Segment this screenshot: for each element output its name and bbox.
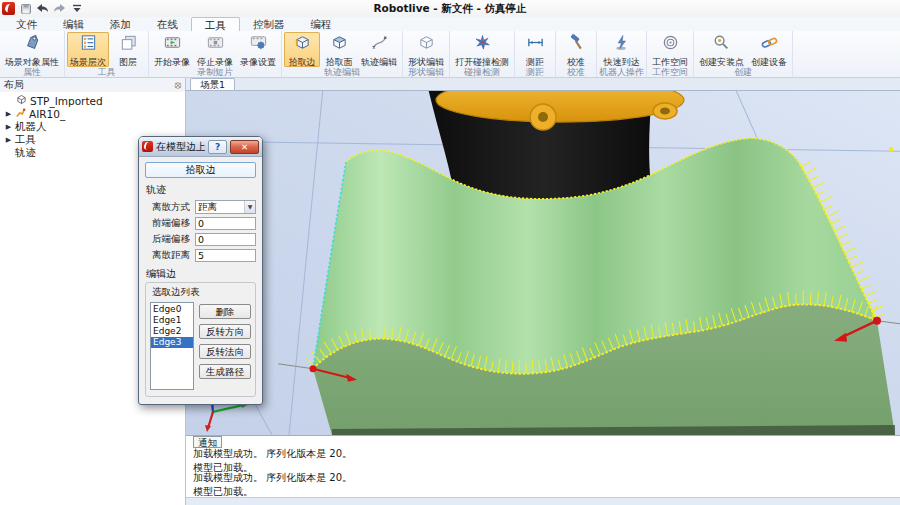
discrete-distance-input[interactable]: 5: [195, 249, 256, 262]
menu-tab-tools[interactable]: 工具: [191, 17, 240, 31]
window-title: Robotlive - 新文件 - 仿真停止: [0, 2, 900, 16]
log-line: 加载模型成功。 序列化版本是 20。: [193, 473, 900, 483]
pick-face-icon: [330, 33, 349, 56]
menu-tab-add[interactable]: 添加: [97, 17, 144, 31]
front-offset-input[interactable]: 0: [195, 217, 256, 230]
edge-listbox[interactable]: Edge0 Edge1 Edge2 Edge3: [150, 302, 194, 390]
3d-viewport[interactable]: [186, 91, 900, 435]
ribbon-group-tools: 场景层次 图层 工具: [65, 31, 149, 77]
recording-settings-button[interactable]: 录像设置: [237, 32, 279, 67]
measure-icon: [526, 33, 545, 56]
dialog-titlebar[interactable]: 在模型边上生... ? ✕: [139, 137, 262, 157]
titlebar: Robotlive - 新文件 - 仿真停止: [0, 0, 900, 17]
expand-arrow-icon[interactable]: ▶: [5, 136, 12, 144]
list-item[interactable]: Edge2: [151, 326, 193, 337]
save-icon[interactable]: [19, 2, 32, 15]
create-mount-point-button[interactable]: 创建安装点: [696, 32, 747, 67]
3d-scene-canvas: [186, 91, 900, 435]
tab-notifications[interactable]: 通知: [193, 436, 222, 448]
tree-item-air10[interactable]: ▶ AIR10_: [0, 107, 185, 120]
quick-reach-button[interactable]: 快速到达: [601, 32, 643, 67]
workspace-button[interactable]: 工作空间: [649, 32, 691, 67]
list-item[interactable]: Edge1: [151, 315, 193, 326]
record-start-icon: [163, 33, 182, 56]
tab-scene1[interactable]: 场景1: [190, 78, 235, 90]
tree-item-stp-imported[interactable]: STP_Imported: [0, 94, 185, 107]
list-item[interactable]: Edge0: [151, 304, 193, 315]
start-recording-button[interactable]: 开始录像: [151, 32, 193, 67]
chevron-down-icon[interactable]: ▼: [244, 201, 255, 213]
status-strip: [186, 497, 900, 505]
scene-tab-bar: 场景1: [186, 78, 900, 91]
pick-edge-button[interactable]: 拾取边: [284, 32, 320, 67]
quick-reach-icon: [612, 33, 631, 56]
ribbon-group-measure: 测距 测距: [515, 31, 556, 77]
pick-edge-icon: [293, 33, 312, 56]
menu-tab-controller[interactable]: 控制器: [240, 17, 298, 31]
dialog-app-icon: [142, 141, 153, 152]
create-device-button[interactable]: 创建设备: [748, 32, 790, 67]
redo-icon[interactable]: [53, 2, 66, 15]
discrete-distance-label: 离散距离: [152, 249, 192, 262]
dialog-help-button[interactable]: ?: [208, 140, 227, 154]
pick-edge-action-button[interactable]: 拾取边: [145, 162, 256, 178]
menu-tab-edit[interactable]: 编辑: [50, 17, 97, 31]
menu-tab-online[interactable]: 在线: [144, 17, 191, 31]
calibrate-button[interactable]: 校准: [558, 32, 594, 67]
delete-edge-button[interactable]: 删除: [199, 304, 251, 319]
expand-arrow-icon[interactable]: ▶: [5, 110, 12, 118]
edge-list-label: 选取边列表: [152, 286, 251, 299]
customize-toolbar-icon[interactable]: [70, 2, 83, 15]
corner-point: [889, 147, 893, 151]
edit-edges-section-label: 编辑边: [146, 267, 256, 281]
workspace-icon: [661, 33, 680, 56]
back-offset-label: 后端偏移: [152, 233, 192, 246]
log-line: 加载模型成功。 序列化版本是 20。: [193, 449, 900, 459]
undo-icon[interactable]: [36, 2, 49, 15]
log-line: 模型已加载。: [193, 487, 900, 497]
ribbon: 场景对象属性 属性 场景层次 图层 工具: [0, 31, 900, 78]
dialog-title: 在模型边上生...: [156, 140, 205, 154]
reverse-direction-button[interactable]: 反转方向: [199, 324, 251, 339]
generate-path-button[interactable]: 生成路径: [199, 364, 251, 379]
pick-face-button[interactable]: 拾取面: [321, 32, 357, 67]
path-edit-button[interactable]: 轨迹编辑: [358, 32, 400, 67]
ribbon-group-create: 创建安装点 创建设备 创建: [694, 31, 793, 77]
ribbon-group-workspace: 工作空间 工作空间: [647, 31, 694, 77]
ribbon-group-path-editing: 拾取边 拾取面 轨迹编辑 轨迹编辑: [282, 31, 403, 77]
layers-icon: [119, 33, 138, 56]
shape-edit-icon: [417, 33, 436, 56]
layers-button[interactable]: 图层: [110, 32, 146, 67]
tree-item-robot[interactable]: ▶ 机器人: [0, 120, 185, 133]
reverse-normal-button[interactable]: 反转法向: [199, 344, 251, 359]
shape-edit-button[interactable]: 形状编辑: [405, 32, 447, 67]
device-icon: [760, 33, 779, 56]
scene-object-properties-button[interactable]: 场景对象属性: [2, 32, 62, 67]
back-offset-input[interactable]: 0: [195, 233, 256, 246]
open-collision-detection-button[interactable]: 打开碰撞检测: [452, 32, 512, 67]
robotlive-window: Robotlive - 新文件 - 仿真停止 文件 编辑 添加 在线 工具 控制…: [0, 0, 900, 505]
expand-arrow-icon[interactable]: ▶: [5, 123, 12, 131]
menu-tab-programming[interactable]: 编程: [298, 17, 345, 31]
scene-hierarchy-button[interactable]: 场景层次: [67, 32, 109, 67]
quick-access-toolbar: [0, 2, 83, 15]
model-cube-icon: [16, 94, 27, 107]
ribbon-group-shape-editing: 形状编辑 形状编辑: [403, 31, 450, 77]
record-stop-icon: [206, 33, 225, 56]
path-edit-icon: [370, 33, 389, 56]
list-item-selected[interactable]: Edge3: [151, 337, 193, 348]
app-logo-icon[interactable]: [2, 2, 15, 15]
menu-tab-file[interactable]: 文件: [3, 17, 50, 31]
measure-distance-button[interactable]: 测距: [517, 32, 553, 67]
ribbon-group-recording: 开始录像 停止录像 录像设置 录制短片: [149, 31, 282, 77]
edit-edges-groupbox: 选取边列表 Edge0 Edge1 Edge2 Edge3 删除 反转方向 反转…: [145, 282, 256, 397]
dialog-close-button[interactable]: ✕: [230, 140, 259, 154]
calibrate-icon: [567, 33, 586, 56]
ribbon-group-collision: 打开碰撞检测 碰撞检测: [450, 31, 515, 77]
ribbon-group-robot-ops: 快速到达 机器人操作: [597, 31, 647, 77]
discrete-mode-select[interactable]: 距离 ▼: [195, 200, 256, 214]
hierarchy-icon: [79, 33, 98, 56]
ribbon-group-calibrate: 校准 校准: [556, 31, 597, 77]
panel-close-icon[interactable]: ⦻: [174, 80, 181, 90]
stop-recording-button[interactable]: 停止录像: [194, 32, 236, 67]
